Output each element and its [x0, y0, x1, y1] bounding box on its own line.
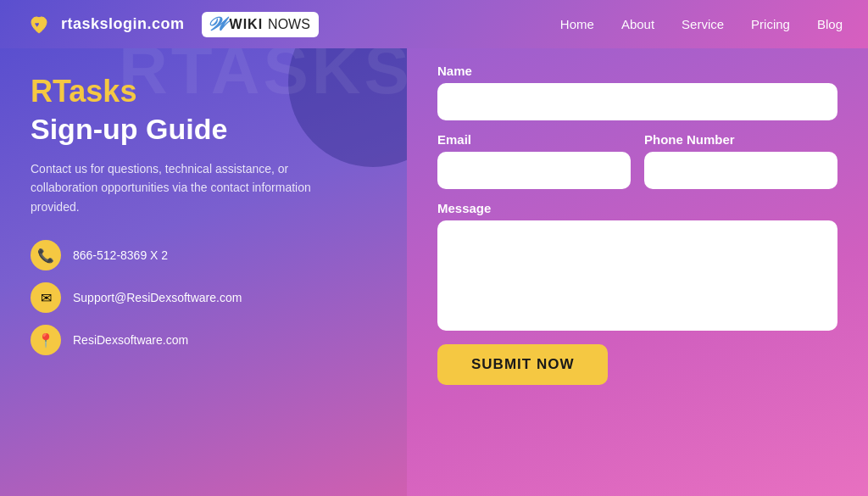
nav-home[interactable]: Home: [560, 17, 594, 31]
nows-label: NOWS: [268, 17, 310, 32]
email-text: Support@ResiDexsoftware.com: [73, 291, 242, 304]
message-label: Message: [437, 201, 837, 215]
contact-email: ✉ Support@ResiDexsoftware.com: [31, 282, 376, 313]
wiki-label: WIKI: [230, 17, 264, 32]
contact-phone: 📞 866-512-8369 X 2: [31, 240, 376, 270]
contact-location: 📍 ResiDexsoftware.com: [31, 325, 376, 355]
message-input[interactable]: [437, 220, 837, 331]
submit-button[interactable]: SUBMIT NOW: [437, 344, 608, 385]
phone-icon: 📞: [31, 240, 61, 270]
email-phone-row: Email Phone Number: [437, 132, 837, 189]
email-label: Email: [437, 132, 631, 147]
logo-heart-icon: ♥: [25, 11, 53, 38]
rtasks-title: RTasks: [31, 74, 376, 109]
main-content: RTASKS RTasks Sign-up Guide Contact us f…: [0, 48, 868, 496]
header-left: ♥ rtaskslogin.com 𝒲 WIKI NOWS: [25, 11, 319, 38]
site-name: rtaskslogin.com: [61, 15, 185, 33]
wiki-badge: 𝒲 WIKI NOWS: [202, 12, 319, 37]
phone-text: 866-512-8369 X 2: [73, 248, 168, 262]
phone-group: Phone Number: [644, 132, 837, 189]
email-icon: ✉: [31, 282, 61, 313]
name-label: Name: [437, 64, 837, 78]
name-input[interactable]: [437, 83, 837, 120]
nav-service[interactable]: Service: [682, 17, 724, 31]
header: ♥ rtaskslogin.com 𝒲 WIKI NOWS Home About…: [0, 0, 868, 48]
description-text: Contact us for questions, technical assi…: [31, 159, 319, 216]
nav-pricing[interactable]: Pricing: [751, 17, 790, 31]
right-panel: Name Email Phone Number Message SUBMIT N…: [407, 48, 868, 496]
phone-input[interactable]: [644, 152, 837, 189]
wiki-logo-icon: 𝒲: [207, 15, 225, 34]
email-group: Email: [437, 132, 631, 189]
phone-label: Phone Number: [644, 132, 837, 147]
nav-about[interactable]: About: [621, 17, 654, 31]
header-nav: Home About Service Pricing Blog: [560, 17, 843, 31]
location-icon: 📍: [31, 325, 61, 355]
message-group: Message: [437, 201, 837, 331]
svg-text:♥: ♥: [35, 20, 39, 29]
location-text: ResiDexsoftware.com: [73, 333, 188, 347]
left-panel: RTASKS RTasks Sign-up Guide Contact us f…: [0, 48, 407, 496]
name-group: Name: [437, 64, 837, 120]
nav-blog[interactable]: Blog: [817, 17, 843, 31]
signup-title: Sign-up Guide: [31, 113, 376, 146]
email-input[interactable]: [437, 152, 631, 189]
contact-list: 📞 866-512-8369 X 2 ✉ Support@ResiDexsoft…: [31, 240, 376, 355]
